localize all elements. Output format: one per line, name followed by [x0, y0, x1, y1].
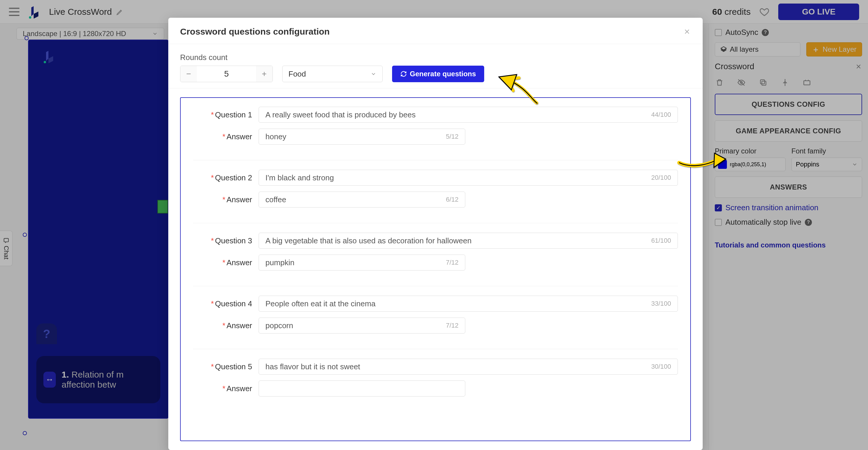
modal-body: *Question 1A really sweet food that is p… — [168, 88, 703, 450]
char-count: 6/12 — [446, 196, 459, 203]
char-count: 30/100 — [651, 363, 671, 370]
answer-label: *Answer — [193, 132, 252, 141]
answer-input[interactable] — [259, 381, 465, 396]
question-section: *Question 4People often eat it at the ci… — [193, 296, 678, 349]
char-count: 7/12 — [446, 322, 459, 329]
question-section: *Question 1A really sweet food that is p… — [193, 107, 678, 160]
answer-label: *Answer — [193, 195, 252, 204]
answer-input[interactable]: pumpkin7/12 — [259, 255, 465, 271]
stepper-plus-button[interactable]: + — [256, 66, 273, 82]
question-value: A really sweet food that is produced by … — [266, 110, 416, 119]
generate-questions-button[interactable]: Generate questions — [392, 66, 484, 82]
question-label: *Question 1 — [193, 110, 252, 119]
char-count: 33/100 — [651, 300, 671, 308]
category-select[interactable]: Food — [282, 66, 383, 82]
question-input[interactable]: has flavor but it is not sweet30/100 — [259, 359, 678, 374]
refresh-icon — [400, 71, 407, 77]
question-label: *Question 5 — [193, 362, 252, 371]
question-value: A big vegetable that is also used as dec… — [266, 236, 471, 245]
question-label: *Question 4 — [193, 299, 252, 308]
rounds-label: Rounds count — [180, 53, 691, 62]
char-count: 44/100 — [651, 111, 671, 118]
generate-label: Generate questions — [410, 70, 476, 78]
question-label: *Question 3 — [193, 236, 252, 245]
rounds-stepper: − 5 + — [180, 66, 273, 82]
question-input[interactable]: A big vegetable that is also used as dec… — [259, 233, 678, 249]
category-value: Food — [288, 69, 306, 79]
rounds-value[interactable]: 5 — [197, 69, 256, 79]
questions-config-modal: Crossword questions configuration Rounds… — [168, 18, 703, 450]
question-input[interactable]: I'm black and strong20/100 — [259, 170, 678, 186]
answer-input[interactable]: coffee6/12 — [259, 192, 465, 207]
question-value: has flavor but it is not sweet — [266, 362, 360, 371]
answer-input[interactable]: honey5/12 — [259, 129, 465, 145]
char-count: 20/100 — [651, 174, 671, 181]
answer-label: *Answer — [193, 384, 252, 393]
answer-label: *Answer — [193, 321, 252, 330]
answer-value: popcorn — [266, 321, 293, 330]
char-count: 5/12 — [446, 133, 459, 140]
char-count: 7/12 — [446, 259, 459, 266]
stepper-minus-button[interactable]: − — [180, 66, 197, 82]
answer-label: *Answer — [193, 258, 252, 267]
question-value: I'm black and strong — [266, 173, 334, 182]
question-section: *Question 2I'm black and strong20/100*An… — [193, 170, 678, 223]
modal-controls: Rounds count − 5 + Food Generate questio… — [168, 44, 703, 88]
question-value: People often eat it at the cinema — [266, 299, 376, 308]
answer-value: pumpkin — [266, 258, 294, 267]
answer-value: coffee — [266, 195, 286, 204]
modal-header: Crossword questions configuration — [168, 18, 703, 44]
modal-title: Crossword questions configuration — [180, 27, 330, 37]
question-input[interactable]: A really sweet food that is produced by … — [259, 107, 678, 123]
question-label: *Question 2 — [193, 173, 252, 182]
question-section: *Question 5has flavor but it is not swee… — [193, 359, 678, 412]
close-icon[interactable] — [683, 28, 691, 35]
question-input[interactable]: People often eat it at the cinema33/100 — [259, 296, 678, 312]
answer-input[interactable]: popcorn7/12 — [259, 317, 465, 334]
question-section: *Question 3A big vegetable that is also … — [193, 233, 678, 286]
answer-value: honey — [266, 132, 286, 141]
char-count: 61/100 — [651, 237, 671, 245]
chevron-down-icon — [371, 71, 376, 77]
